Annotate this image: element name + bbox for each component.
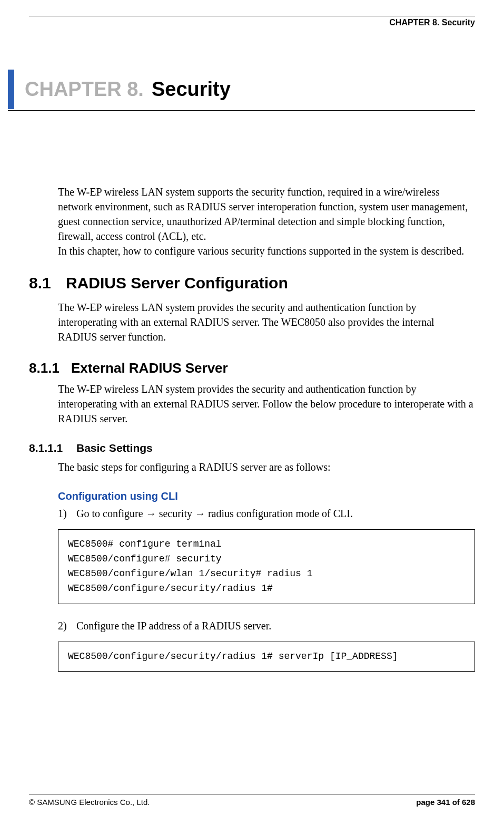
section-8-1-1-1-heading: 8.1.1.1 Basic Settings bbox=[29, 442, 475, 454]
arrow-icon: → bbox=[146, 508, 156, 519]
code-block-1: WEC8500# configure terminal WEC8500/conf… bbox=[58, 529, 475, 604]
chapter-prefix: CHAPTER 8. bbox=[25, 78, 144, 101]
step-number: 1) bbox=[58, 508, 74, 520]
cli-heading: Configuration using CLI bbox=[58, 490, 475, 502]
section-number: 8.1.1 bbox=[29, 360, 71, 376]
page: CHAPTER 8. Security CHAPTER 8. Security … bbox=[0, 0, 504, 825]
step-text-mid: security bbox=[156, 508, 195, 519]
section-8-1-1-body: The W-EP wireless LAN system provides th… bbox=[58, 382, 475, 426]
running-header: CHAPTER 8. Security bbox=[29, 18, 475, 27]
step-text: Configure the IP address of a RADIUS ser… bbox=[76, 620, 271, 632]
code-block-2: WEC8500/configure/security/radius 1# ser… bbox=[58, 642, 475, 672]
section-title: External RADIUS Server bbox=[71, 360, 228, 376]
chapter-accent-bar bbox=[8, 70, 14, 109]
header-line bbox=[29, 16, 475, 16]
step-2: 2) Configure the IP address of a RADIUS … bbox=[58, 620, 475, 632]
step-text-post: radius configuration mode of CLI. bbox=[205, 508, 353, 519]
footer-line bbox=[29, 794, 475, 794]
section-number: 8.1.1.1 bbox=[29, 442, 76, 454]
section-8-1-1-1-body: The basic steps for configuring a RADIUS… bbox=[58, 460, 475, 474]
section-8-1-heading: 8.1 RADIUS Server Configuration bbox=[29, 274, 475, 292]
footer-page-number: page 341 of 628 bbox=[416, 798, 475, 807]
footer-copyright: © SAMSUNG Electronics Co., Ltd. bbox=[29, 798, 150, 807]
step-1: 1) Go to configure → security → radius c… bbox=[58, 508, 475, 520]
intro-paragraph: The W-EP wireless LAN system supports th… bbox=[58, 185, 475, 258]
arrow-icon: → bbox=[195, 508, 205, 519]
chapter-name: Security bbox=[152, 78, 231, 101]
footer-row: © SAMSUNG Electronics Co., Ltd. page 341… bbox=[29, 798, 475, 807]
chapter-title-container: CHAPTER 8. Security bbox=[8, 70, 475, 111]
section-title: RADIUS Server Configuration bbox=[66, 274, 288, 292]
section-8-1-body: The W-EP wireless LAN system provides th… bbox=[58, 300, 475, 344]
section-8-1-1-heading: 8.1.1 External RADIUS Server bbox=[29, 360, 475, 376]
step-text-pre: Go to configure bbox=[76, 508, 146, 519]
step-number: 2) bbox=[58, 620, 74, 632]
section-number: 8.1 bbox=[29, 274, 66, 292]
footer: © SAMSUNG Electronics Co., Ltd. page 341… bbox=[29, 794, 475, 807]
section-title: Basic Settings bbox=[76, 442, 153, 454]
